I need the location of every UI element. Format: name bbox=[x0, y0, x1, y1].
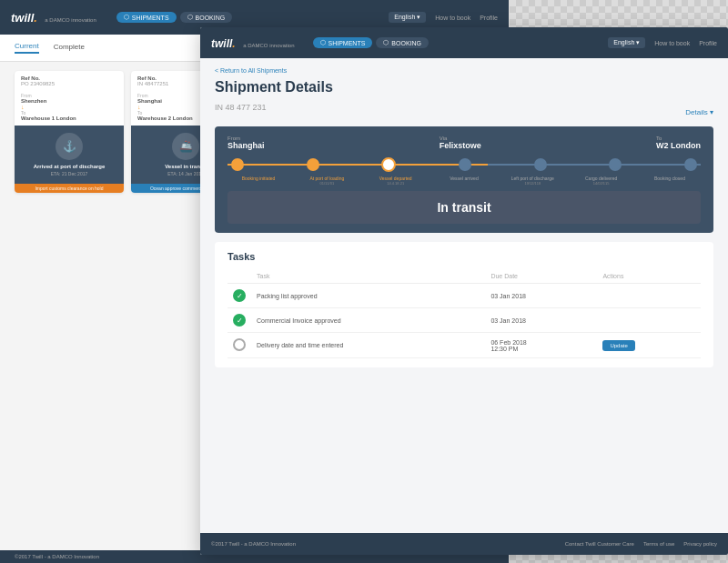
tasks-section: Tasks Task Due Date Actions ✓ Packing li… bbox=[215, 242, 713, 367]
col-check bbox=[228, 269, 251, 284]
prog-label-0: Booking initiated bbox=[231, 176, 286, 186]
front-logo: twill. a DAMCO innovation bbox=[211, 35, 295, 51]
front-header: twill. a DAMCO innovation ⬡ SHIPMENTS ⬡ … bbox=[200, 27, 728, 58]
front-how-to-book[interactable]: How to book bbox=[654, 40, 690, 46]
card-alert-1[interactable]: Import customs clearance on hold bbox=[15, 184, 124, 193]
via-city: Via Felixstowe bbox=[440, 136, 481, 150]
back-how-to-book[interactable]: How to book bbox=[435, 15, 470, 21]
page-title: Shipment Details bbox=[215, 79, 713, 96]
transit-banner: In transit bbox=[228, 191, 701, 224]
dot-departed bbox=[381, 157, 396, 172]
tab-current[interactable]: Current bbox=[15, 42, 39, 54]
prog-label-4: Left port of discharge 19/12/118 bbox=[505, 176, 560, 186]
route-card: From Shanghai Via Felixstowe To W2 Londo… bbox=[215, 126, 713, 233]
col-task: Task bbox=[251, 269, 485, 284]
back-nav: ⬡ SHIPMENTS ⬡ BOOKING bbox=[116, 12, 233, 23]
empty-check-2 bbox=[233, 338, 246, 351]
tasks-title: Tasks bbox=[228, 251, 701, 262]
ship-card-1[interactable]: Ref No. PO 23409825 From Shenzhen ↓ To W… bbox=[15, 71, 124, 193]
prog-label-3: Vessel arrived bbox=[437, 176, 491, 186]
col-actions: Actions bbox=[597, 269, 701, 284]
tab-complete[interactable]: Complete bbox=[54, 43, 85, 53]
check-icon-0: ✓ bbox=[233, 289, 246, 302]
task-row-2: Delivery date and time entered 06 Feb 20… bbox=[228, 333, 701, 358]
card-body-1: ⚓ Arrived at port of discharge ETA: 21 D… bbox=[15, 126, 124, 184]
dot-booking bbox=[231, 158, 244, 171]
card-icon-1: ⚓ bbox=[56, 133, 83, 160]
tasks-table: Task Due Date Actions ✓ Packing list app… bbox=[228, 269, 701, 358]
card-header-1: Ref No. PO 23409825 bbox=[15, 71, 124, 91]
footer-link-privacy[interactable]: Privacy policy bbox=[683, 541, 717, 547]
front-pill-booking[interactable]: ⬡ BOOKING bbox=[376, 37, 429, 48]
dot-cargo bbox=[609, 158, 622, 171]
footer-links: Contact Twill Customer Care Terms of use… bbox=[565, 541, 717, 547]
route-cities: From Shanghai Via Felixstowe To W2 Londo… bbox=[228, 136, 701, 150]
col-due: Due Date bbox=[485, 269, 597, 284]
front-lang-select[interactable]: English ▾ bbox=[608, 37, 645, 48]
back-profile[interactable]: Profile bbox=[480, 15, 498, 21]
detail-body: Return to All Shipments Shipment Details… bbox=[200, 58, 728, 533]
shipment-id: IN 48 477 231 bbox=[215, 103, 267, 112]
prog-label-5: Cargo delivered 14/02/115 bbox=[574, 176, 629, 186]
front-profile[interactable]: Profile bbox=[699, 40, 717, 46]
front-header-right: English ▾ How to book Profile bbox=[608, 37, 717, 48]
return-link[interactable]: Return to All Shipments bbox=[215, 67, 713, 74]
front-footer: ©2017 Twill - a DAMCO Innovation Contact… bbox=[200, 533, 728, 555]
details-toggle[interactable]: Details ▾ bbox=[685, 108, 713, 116]
tasks-thead: Task Due Date Actions bbox=[228, 269, 701, 284]
dot-loading bbox=[307, 158, 319, 171]
dot-closed bbox=[684, 158, 697, 171]
back-logo: twill. a DAMCO innovation bbox=[11, 9, 96, 25]
footer-link-terms[interactable]: Terms of use bbox=[643, 541, 674, 547]
task-row-0: ✓ Packing list approved 03 Jan 2018 bbox=[228, 284, 701, 308]
prog-label-1: At port of loading 01/11/01 bbox=[299, 176, 354, 186]
back-lang-select[interactable]: English ▾ bbox=[389, 12, 426, 23]
to-city: To W2 London bbox=[656, 136, 701, 150]
prog-label-2: Vessel departed 14.4.18.21 bbox=[369, 176, 423, 186]
progress-labels: Booking initiated At port of loading 01/… bbox=[231, 176, 697, 186]
card-icon-2: 🚢 bbox=[172, 133, 199, 160]
card-route-1: From Shenzhen ↓ To Warehouse 1 London bbox=[15, 91, 124, 126]
progress-track: Booking initiated At port of loading 01/… bbox=[228, 157, 701, 186]
front-nav: ⬡ SHIPMENTS ⬡ BOOKING bbox=[313, 37, 430, 48]
progress-dots bbox=[231, 157, 697, 172]
prog-label-6: Booking closed bbox=[642, 176, 697, 186]
back-pill-shipments[interactable]: ⬡ SHIPMENTS bbox=[116, 12, 177, 23]
update-button[interactable]: Update bbox=[602, 340, 634, 351]
dot-leftport bbox=[534, 158, 547, 171]
footer-copy: ©2017 Twill - a DAMCO Innovation bbox=[211, 541, 296, 547]
task-row-1: ✓ Commercial Invoice approved 03 Jan 201… bbox=[228, 308, 701, 333]
shipment-detail-page: twill. a DAMCO innovation ⬡ SHIPMENTS ⬡ … bbox=[200, 27, 728, 555]
back-pill-booking[interactable]: ⬡ BOOKING bbox=[180, 12, 233, 23]
footer-link-care[interactable]: Contact Twill Customer Care bbox=[565, 541, 634, 547]
front-pill-shipments[interactable]: ⬡ SHIPMENTS bbox=[313, 37, 373, 48]
tasks-tbody: ✓ Packing list approved 03 Jan 2018 ✓ Co… bbox=[228, 284, 701, 358]
back-header-right: English ▾ How to book Profile bbox=[389, 12, 498, 23]
check-icon-1: ✓ bbox=[233, 314, 246, 327]
from-city: From Shanghai bbox=[228, 136, 265, 150]
dot-arrived bbox=[459, 158, 471, 171]
